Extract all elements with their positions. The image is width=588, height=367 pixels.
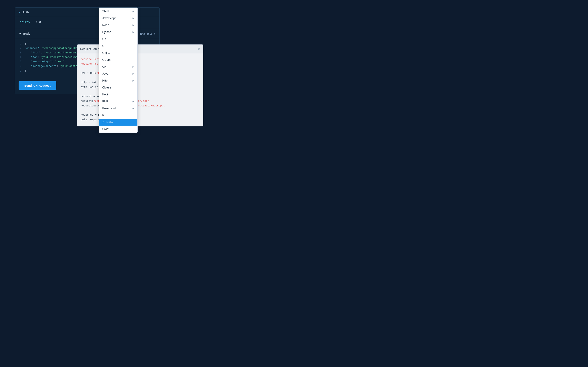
lang-item-node[interactable]: Node ▶ [99, 22, 138, 29]
lang-item-clojure[interactable]: Clojure [99, 84, 138, 91]
lang-label: C# [102, 65, 106, 68]
auth-arrow-icon: ▼ [18, 11, 21, 13]
lang-label: JavaScript [102, 17, 116, 20]
lang-label: Python [102, 30, 111, 34]
lang-label: Shell [102, 9, 109, 13]
language-dropdown: Shell ▶ JavaScript ▶ Node ▶ Python ▶ Go … [99, 8, 138, 133]
code-line: url = URI("https://api... [81, 71, 199, 76]
lang-item-go[interactable]: Go [99, 35, 138, 42]
lang-label: Obj-C [102, 51, 110, 54]
lang-label: Swift [102, 127, 108, 131]
submenu-arrow-icon: ▶ [132, 100, 134, 103]
lang-label: Kotlin [102, 93, 109, 96]
lang-item-ocaml[interactable]: OCaml [99, 56, 138, 63]
lang-label: Powershell [102, 107, 116, 110]
code-line: require 'net/http' [81, 62, 199, 67]
code-line: request["Content-Type"] = 'application/j… [81, 99, 199, 104]
auth-label: Auth [22, 10, 29, 14]
body-header-left: ▼ Body [18, 32, 30, 35]
lang-label: Node [102, 24, 109, 27]
lang-item-ruby[interactable]: ✓ Ruby [99, 119, 138, 125]
auth-section: ▼ Auth apikey : 123 [15, 8, 159, 29]
submenu-arrow-icon: ▶ [132, 24, 134, 26]
request-sample-panel: Request Sample: Ruby ▾ ⧉ require 'uri' r… [77, 44, 203, 126]
line-number: 2 [18, 46, 21, 50]
request-sample-code: require 'uri' require 'net/http' url = U… [77, 53, 203, 126]
code-line: http = Net::HTTP.new(u... [81, 80, 199, 85]
request-sample-header: Request Sample: Ruby ▾ ⧉ [77, 45, 203, 53]
lang-item-objc[interactable]: Obj-C [99, 49, 138, 56]
line-number: 5 [18, 59, 21, 64]
auth-key: apikey [20, 21, 30, 24]
line-number: 3 [18, 50, 21, 55]
line-number: 7 [18, 69, 21, 73]
code-line: puts response.read_body [81, 117, 199, 122]
body-arrow-icon: ▼ [18, 32, 22, 35]
lang-item-powershell[interactable]: Powershell ▶ [99, 105, 138, 112]
lang-label: Clojure [102, 86, 111, 89]
lang-label: Go [102, 37, 106, 41]
auth-separator: : [33, 21, 33, 24]
code-line: response = http.request(request) [81, 113, 199, 117]
code-line: request.body = "{\n \"channel\": \"whats… [81, 104, 199, 108]
lang-label: Http [102, 79, 108, 82]
lang-label: OCaml [102, 58, 111, 61]
submenu-arrow-icon: ▶ [132, 66, 134, 68]
lang-item-swift[interactable]: Swift [99, 125, 138, 133]
examples-arrow-icon: ⇅ [154, 32, 156, 35]
lang-item-csharp[interactable]: C# ▶ [99, 63, 138, 70]
send-api-request-button[interactable]: Send API Request [18, 81, 56, 90]
lang-label: C [102, 44, 104, 48]
auth-content: apikey : 123 [15, 17, 159, 29]
submenu-arrow-icon: ▶ [132, 72, 134, 75]
auth-section-header[interactable]: ▼ Auth [15, 8, 159, 17]
lang-item-shell[interactable]: Shell ▶ [99, 8, 138, 15]
lang-label: Ruby [106, 120, 113, 124]
submenu-arrow-icon: ▶ [132, 31, 134, 33]
code-line [81, 108, 199, 113]
submenu-arrow-icon: ▶ [132, 79, 134, 82]
lang-item-kotlin[interactable]: Kotlin [99, 91, 138, 98]
lang-label: PHP [102, 100, 108, 103]
lang-item-javascript[interactable]: JavaScript ▶ [99, 15, 138, 22]
lang-item-r[interactable]: R [99, 112, 138, 119]
line-number: 4 [18, 55, 21, 59]
lang-item-c[interactable]: C [99, 42, 138, 49]
check-icon: ✓ [102, 121, 104, 124]
lang-item-http[interactable]: Http ▶ [99, 77, 138, 84]
lang-label: Java [102, 72, 108, 75]
code-line [81, 76, 199, 80]
code-line: require 'uri' [81, 57, 199, 62]
submenu-arrow-icon: ▶ [132, 10, 134, 13]
code-line: request = Net::HTTP::P... [81, 94, 199, 99]
copy-icon[interactable]: ⧉ [198, 47, 200, 51]
code-line [81, 90, 199, 94]
body-label: Body [23, 32, 30, 35]
lang-label: R [102, 114, 104, 117]
code-line [81, 67, 199, 71]
line-number: 1 [18, 42, 21, 46]
lang-item-java[interactable]: Java ▶ [99, 70, 138, 77]
submenu-arrow-icon: ▶ [132, 107, 134, 110]
lang-item-php[interactable]: PHP ▶ [99, 98, 138, 105]
submenu-arrow-icon: ▶ [132, 17, 134, 20]
code-line: http.use_ssl = true [81, 85, 199, 90]
auth-value: 123 [36, 21, 41, 24]
examples-button[interactable]: Examples ⇅ [140, 32, 156, 35]
examples-label: Examples [140, 32, 153, 35]
line-number: 6 [18, 64, 21, 68]
body-section-header[interactable]: ▼ Body Examples ⇅ [15, 29, 159, 38]
lang-item-python[interactable]: Python ▶ [99, 29, 138, 35]
